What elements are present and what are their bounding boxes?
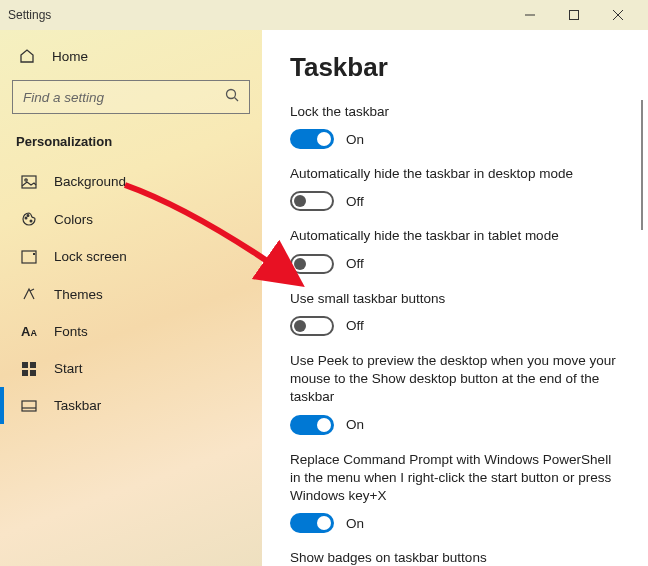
- toggle-powershell[interactable]: [290, 513, 334, 533]
- sidebar-item-label: Background: [54, 174, 126, 189]
- setting-label: Automatically hide the taskbar in deskto…: [290, 165, 620, 183]
- sidebar-item-background[interactable]: Background: [10, 163, 252, 200]
- minimize-button[interactable]: [508, 0, 552, 30]
- svg-point-9: [27, 215, 29, 217]
- sidebar-item-label: Themes: [54, 287, 103, 302]
- setting-label: Show badges on taskbar buttons: [290, 549, 620, 566]
- svg-rect-11: [22, 251, 36, 263]
- sidebar-item-fonts[interactable]: AA Fonts: [10, 313, 252, 350]
- themes-icon: [20, 286, 38, 302]
- setting-label: Automatically hide the taskbar in tablet…: [290, 227, 620, 245]
- setting-autohide-tablet: Automatically hide the taskbar in tablet…: [290, 227, 620, 273]
- toggle-autohide-desktop[interactable]: [290, 191, 334, 211]
- page-title: Taskbar: [290, 52, 620, 83]
- main-panel: Taskbar Lock the taskbar On Automaticall…: [262, 30, 648, 566]
- picture-icon: [20, 175, 38, 189]
- setting-label: Lock the taskbar: [290, 103, 620, 121]
- svg-rect-12: [33, 253, 35, 255]
- setting-lock-taskbar: Lock the taskbar On: [290, 103, 620, 149]
- scrollbar[interactable]: [641, 100, 643, 230]
- close-button[interactable]: [596, 0, 640, 30]
- setting-autohide-desktop: Automatically hide the taskbar in deskto…: [290, 165, 620, 211]
- svg-rect-15: [22, 370, 28, 376]
- sidebar-item-start[interactable]: Start: [10, 350, 252, 387]
- sidebar-item-colors[interactable]: Colors: [10, 200, 252, 238]
- setting-peek: Use Peek to preview the desktop when you…: [290, 352, 620, 435]
- sidebar-home[interactable]: Home: [10, 38, 252, 74]
- sidebar-item-label: Colors: [54, 212, 93, 227]
- setting-label: Use small taskbar buttons: [290, 290, 620, 308]
- svg-rect-13: [22, 362, 28, 368]
- toggle-state: Off: [346, 194, 364, 209]
- svg-rect-17: [22, 401, 36, 411]
- svg-rect-1: [570, 11, 579, 20]
- toggle-state: On: [346, 516, 364, 531]
- toggle-state: Off: [346, 318, 364, 333]
- svg-line-5: [235, 98, 239, 102]
- toggle-small-buttons[interactable]: [290, 316, 334, 336]
- titlebar: Settings: [0, 0, 648, 30]
- svg-point-7: [25, 178, 27, 180]
- sidebar-item-themes[interactable]: Themes: [10, 275, 252, 313]
- toggle-lock-taskbar[interactable]: [290, 129, 334, 149]
- sidebar-item-label: Fonts: [54, 324, 88, 339]
- setting-badges: Show badges on taskbar buttons On: [290, 549, 620, 566]
- home-icon: [18, 48, 36, 64]
- sidebar-item-taskbar[interactable]: Taskbar: [10, 387, 252, 424]
- home-label: Home: [52, 49, 88, 64]
- toggle-autohide-tablet[interactable]: [290, 254, 334, 274]
- window-title: Settings: [8, 8, 51, 22]
- setting-label: Replace Command Prompt with Windows Powe…: [290, 451, 620, 506]
- start-icon: [20, 362, 38, 376]
- setting-powershell: Replace Command Prompt with Windows Powe…: [290, 451, 620, 534]
- sidebar-item-label: Taskbar: [54, 398, 101, 413]
- sidebar: Home Personalization Background Colors L…: [0, 30, 262, 566]
- sidebar-item-lockscreen[interactable]: Lock screen: [10, 238, 252, 275]
- toggle-state: On: [346, 417, 364, 432]
- sidebar-item-label: Lock screen: [54, 249, 127, 264]
- lockscreen-icon: [20, 250, 38, 264]
- svg-rect-16: [30, 370, 36, 376]
- svg-point-10: [30, 220, 32, 222]
- toggle-peek[interactable]: [290, 415, 334, 435]
- svg-rect-6: [22, 176, 36, 188]
- toggle-state: Off: [346, 256, 364, 271]
- setting-label: Use Peek to preview the desktop when you…: [290, 352, 620, 407]
- search-box[interactable]: [12, 80, 250, 114]
- svg-point-4: [227, 90, 236, 99]
- search-icon: [225, 88, 239, 106]
- section-label: Personalization: [10, 126, 252, 163]
- toggle-state: On: [346, 132, 364, 147]
- search-input[interactable]: [23, 90, 225, 105]
- svg-point-8: [25, 217, 27, 219]
- sidebar-item-label: Start: [54, 361, 83, 376]
- svg-rect-14: [30, 362, 36, 368]
- taskbar-icon: [20, 400, 38, 412]
- setting-small-buttons: Use small taskbar buttons Off: [290, 290, 620, 336]
- fonts-icon: AA: [20, 324, 38, 339]
- maximize-button[interactable]: [552, 0, 596, 30]
- palette-icon: [20, 211, 38, 227]
